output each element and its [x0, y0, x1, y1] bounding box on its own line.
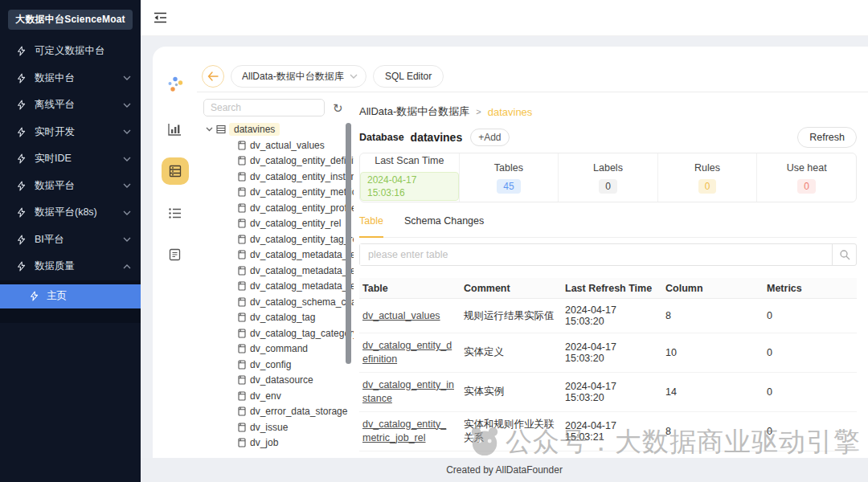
tree-item-table[interactable]: dv_catalog_tag_category — [203, 325, 354, 341]
table-icon — [237, 187, 246, 197]
sidebar-item-label: BI平台 — [35, 233, 123, 247]
tree-item-label: dv_catalog_tag — [250, 312, 315, 323]
tree-search-input[interactable] — [203, 99, 325, 116]
chevron-down-icon — [123, 183, 131, 188]
stat-label: Rules — [694, 162, 720, 174]
chevron-down-icon — [123, 157, 131, 161]
tree-item-table[interactable]: dv_datasource — [203, 373, 354, 389]
database-catalog-icon[interactable] — [162, 157, 189, 185]
tree-item-table[interactable]: dv_catalog_entity_profile — [203, 200, 354, 216]
column-header: Metrics — [764, 283, 857, 294]
tree-item-table[interactable]: dv_actual_values — [203, 137, 354, 153]
stat-value-badge: 0 — [698, 179, 717, 194]
tree-item-table[interactable]: dv_catalog_entity_metric_job_ — [203, 185, 354, 201]
chevron-down-icon — [350, 74, 358, 79]
search-icon[interactable] — [832, 244, 856, 265]
table-row: dv_catalog_entity_metric_job_rel实体和规则作业关… — [359, 412, 857, 451]
tree-item-table[interactable]: dv_catalog_entity_tag_rel — [203, 231, 354, 247]
sidebar-item[interactable]: 实时开发 — [0, 119, 141, 146]
table-name-link[interactable]: dv_catalog_entity_instance — [362, 379, 454, 404]
table-icon — [237, 423, 246, 432]
sidebar-item[interactable]: 实时IDE — [0, 145, 141, 173]
tree-scrollbar[interactable] — [346, 123, 351, 364]
sidebar-item[interactable]: 数据平台(k8s) — [0, 199, 141, 227]
tree-root-datavines[interactable]: datavines — [206, 121, 354, 137]
tree-item-table[interactable]: dv_job — [203, 435, 354, 451]
tree-item-table[interactable]: dv_config — [203, 357, 354, 373]
tab-schema-changes[interactable]: Schema Changes — [404, 215, 484, 237]
table-name-link[interactable]: dv_catalog_entity_metric_job_rel — [362, 419, 446, 443]
breadcrumb-parent[interactable]: AllData-数据中台数据库 — [359, 104, 469, 119]
rule-list-icon[interactable] — [162, 199, 189, 227]
metrics-cell: 0 — [764, 347, 857, 358]
column-header: Last Refresh Time — [562, 283, 662, 294]
sidebar-item[interactable]: 数据平台 — [0, 173, 141, 200]
collapse-sidebar-icon[interactable] — [154, 12, 167, 23]
sidebar-submenu: 主页 — [0, 280, 141, 323]
database-name: datavines — [411, 131, 463, 144]
tree-item-table[interactable]: dv_catalog_metadata_fetch_ta — [203, 263, 354, 279]
tree-item-table[interactable]: dv_error_data_storage — [203, 404, 354, 420]
chevron-up-icon — [123, 264, 131, 269]
tree-item-table[interactable]: dv_catalog_tag — [203, 310, 354, 326]
table-icon — [237, 297, 246, 307]
add-button[interactable]: +Add — [470, 129, 509, 146]
table-search-input[interactable] — [360, 244, 832, 265]
sidebar-item[interactable]: 数据中台 — [0, 65, 141, 92]
tree-item-table[interactable]: dv_catalog_entity_instance — [203, 169, 354, 185]
column-count-cell: 10 — [662, 347, 764, 358]
tree-item-label: dv_issue — [250, 422, 288, 433]
table-name-link[interactable]: dv_actual_values — [362, 310, 440, 321]
app-root: 大数据中台ScienceMoat 可定义数据中台数据中台离线平台实时开发实时ID… — [0, 0, 868, 482]
chevron-down-icon — [123, 76, 131, 80]
tree-item-label: dv_catalog_schema_change — [250, 296, 354, 308]
table-icon — [237, 438, 246, 447]
bolt-icon — [16, 207, 27, 218]
sidebar-item[interactable]: 离线平台 — [0, 92, 141, 119]
stat-tables: Tables45 — [459, 153, 559, 202]
back-button[interactable] — [202, 65, 224, 88]
tab-table[interactable]: Table — [359, 215, 383, 237]
tree-item-label: dv_datasource — [250, 374, 313, 386]
tree-item-label: dv_catalog_entity_profile — [250, 202, 354, 214]
sidebar-item[interactable]: 数据质量 — [0, 253, 141, 280]
table-body: dv_actual_values规则运行结果实际值2024-04-17 15:0… — [359, 299, 857, 458]
tree-item-table[interactable]: dv_catalog_schema_change — [203, 294, 354, 310]
tree-item-table[interactable]: dv_catalog_metadata_fetch_ta — [203, 279, 354, 295]
stat-value-badge: 0 — [599, 179, 617, 194]
sidebar-nav: 可定义数据中台数据中台离线平台实时开发实时IDE数据平台数据平台(k8s)BI平… — [0, 38, 141, 280]
tree-item-label: dv_catalog_metadata_fetch_ta — [250, 280, 354, 292]
datasource-select[interactable]: AllData-数据中台数据库 — [231, 65, 366, 88]
tree-refresh-icon[interactable]: ↻ — [333, 102, 343, 114]
stat-labels: Labels0 — [558, 153, 657, 202]
last-refresh-cell: 2024-04-17 15:03:20 — [562, 304, 662, 327]
tree-item-table[interactable]: dv_command — [203, 341, 354, 357]
table-name-link[interactable]: dv_catalog_entity_definition — [362, 340, 452, 365]
bolt-icon — [16, 100, 27, 110]
tree-item-label: dv_env — [250, 390, 281, 402]
tree-item-table[interactable]: dv_issue — [203, 419, 354, 435]
tree-item-table[interactable]: dv_catalog_entity_rel — [203, 216, 354, 232]
stat-rules: Rules0 — [657, 153, 757, 202]
dashboard-chart-icon[interactable] — [162, 116, 189, 143]
last-refresh-cell: 2024-04-17 15:03:20 — [562, 341, 662, 364]
caret-down-icon[interactable] — [206, 127, 213, 132]
sidebar-item-home[interactable]: 主页 — [0, 284, 141, 308]
tree-item-table[interactable]: dv_env — [203, 388, 354, 404]
chevron-down-icon — [123, 210, 131, 215]
table-tree-panel: ↻ datavines dv_actual_valuesdv_catalog_e… — [197, 92, 354, 458]
sidebar-item[interactable]: BI平台 — [0, 227, 141, 254]
bolt-icon — [16, 235, 27, 245]
sql-editor-button[interactable]: SQL Editor — [373, 65, 444, 88]
bolt-icon — [16, 73, 27, 84]
sidebar-item[interactable]: 可定义数据中台 — [0, 38, 141, 65]
last-refresh-cell: 2024-04-17 15:03:20 — [562, 381, 662, 403]
tree-item-table[interactable]: dv_catalog_entity_definition — [203, 153, 354, 170]
refresh-button[interactable]: Refresh — [797, 127, 857, 148]
table-icon — [237, 344, 246, 353]
submenu-item-label: 主页 — [47, 289, 67, 303]
tree-item-table[interactable]: dv_catalog_metadata_fetch_co — [203, 247, 354, 263]
stat-label: Tables — [494, 162, 523, 174]
comment-cell: 实体定义 — [461, 345, 562, 359]
document-report-icon[interactable] — [162, 241, 189, 268]
